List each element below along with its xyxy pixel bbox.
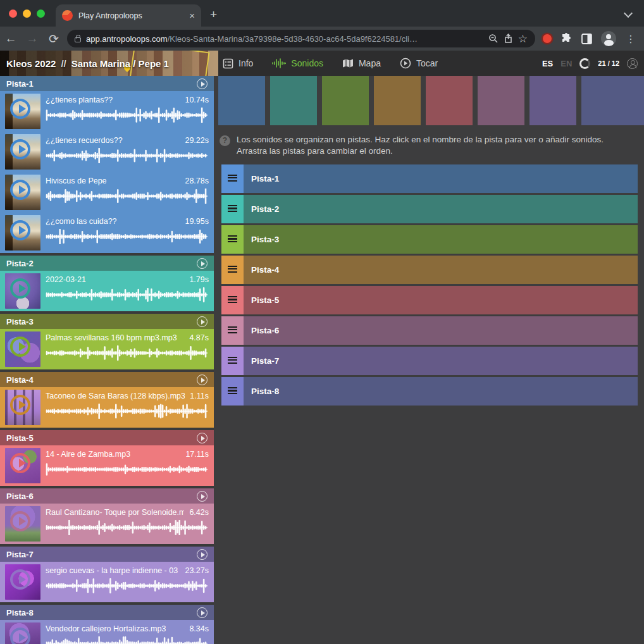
drag-handle[interactable]: [221, 164, 244, 193]
clip-thumbnail[interactable]: [5, 94, 40, 129]
track-bar[interactable]: Pista-3: [244, 225, 638, 254]
track-bar-label: Pista-4: [251, 265, 279, 275]
track-play-button[interactable]: [197, 316, 207, 327]
track-header[interactable]: Pista-5: [0, 430, 214, 445]
track-bar[interactable]: Pista-6: [244, 316, 638, 345]
track-play-button[interactable]: [197, 549, 207, 560]
track-play-button[interactable]: [197, 433, 207, 443]
track-bar[interactable]: Pista-7: [244, 347, 638, 375]
track-row[interactable]: Pista-1: [221, 164, 638, 193]
track-header[interactable]: Pista-8: [0, 605, 214, 620]
track-row[interactable]: Pista-8: [221, 377, 638, 406]
nav-item-mapa[interactable]: Mapa: [342, 58, 381, 68]
share-icon[interactable]: [504, 34, 513, 44]
drag-handle[interactable]: [221, 225, 244, 254]
audio-clip[interactable]: Palmas sevillanas 160 bpm mp3.mp34.87s: [0, 329, 214, 369]
macos-minimize-button[interactable]: [23, 9, 31, 18]
app-nav: Info Sonidos Mapa: [223, 51, 438, 76]
macos-close-button[interactable]: [9, 9, 17, 18]
clip-waveform: [46, 189, 209, 204]
track-bar[interactable]: Pista-2: [244, 195, 638, 223]
nav-item-info[interactable]: Info: [223, 58, 253, 69]
track-bar[interactable]: Pista-1: [244, 164, 638, 193]
side-panel-icon[interactable]: [581, 33, 593, 45]
drag-handle[interactable]: [221, 195, 244, 223]
tab-search-chevron-icon[interactable]: [625, 10, 631, 16]
back-button[interactable]: ←: [0, 32, 22, 46]
clip-duration: 19.95s: [185, 217, 209, 226]
clip-thumbnail[interactable]: [5, 622, 40, 644]
clip-body: 14 - Aire de Zamba.mp317.11s: [46, 448, 209, 483]
language-toggle-en[interactable]: EN: [560, 59, 572, 68]
track-row[interactable]: Pista-2: [221, 195, 638, 223]
track-bar[interactable]: Pista-8: [244, 377, 638, 406]
browser-profile-avatar[interactable]: [601, 31, 616, 46]
track-row[interactable]: Pista-7: [221, 347, 638, 375]
nav-label-info: Info: [238, 58, 253, 68]
track-name: Pista-1: [6, 79, 197, 89]
drag-handle[interactable]: [221, 347, 244, 375]
zoom-out-icon[interactable]: [488, 34, 498, 44]
audio-clip[interactable]: Taconeo de Sara Baras (128 kbps).mp31.11…: [0, 387, 214, 428]
bookmark-star-icon[interactable]: ☆: [518, 32, 528, 46]
audio-clip[interactable]: 2022-03-211.79s: [0, 271, 214, 311]
drag-grip-icon: [228, 326, 237, 335]
track-bar[interactable]: Pista-5: [244, 286, 638, 314]
lock-icon[interactable]: [75, 37, 81, 42]
clip-thumbnail[interactable]: [5, 134, 40, 170]
audio-clip[interactable]: ¿¿como las cuida??19.95s: [0, 213, 214, 253]
track-header[interactable]: Pista-3: [0, 314, 214, 329]
audio-clip[interactable]: ¿¿tienes plantas??10.74s: [0, 91, 214, 132]
extensions-puzzle-icon[interactable]: [560, 32, 573, 45]
clip-thumbnail[interactable]: [5, 273, 40, 309]
macos-zoom-button[interactable]: [37, 9, 45, 18]
track-row[interactable]: Pista-3: [221, 225, 638, 254]
clip-thumbnail[interactable]: [5, 331, 40, 367]
track-header[interactable]: Pista-6: [0, 488, 214, 504]
track-play-button[interactable]: [197, 607, 207, 618]
audio-clip[interactable]: Vendedor callejero Hortalizas.mp38.34s: [0, 620, 214, 644]
browser-tab[interactable]: Play Antropoloops ×: [56, 4, 201, 27]
track-row[interactable]: Pista-4: [221, 256, 638, 284]
browser-menu-kebab-icon[interactable]: ⋮: [626, 33, 636, 45]
account-icon[interactable]: [627, 58, 638, 69]
track-play-button[interactable]: [197, 491, 207, 502]
track-header[interactable]: Pista-1: [0, 76, 214, 91]
drag-handle[interactable]: [221, 377, 244, 406]
track-header[interactable]: Pista-2: [0, 256, 214, 271]
track-header[interactable]: Pista-4: [0, 372, 214, 387]
clip-thumbnail[interactable]: [5, 448, 40, 483]
drag-handle[interactable]: [221, 256, 244, 284]
audio-clip[interactable]: Hiviscus de Pepe28.78s: [0, 172, 214, 213]
audio-clip[interactable]: ¿¿tienes recuerdos??29.22s: [0, 132, 214, 172]
clip-thumbnail[interactable]: [5, 175, 40, 210]
clip-body: Hiviscus de Pepe28.78s: [46, 175, 209, 210]
clip-title: ¿¿tienes plantas??: [46, 96, 113, 104]
tab-close-icon[interactable]: ×: [189, 11, 195, 20]
url-text: app.antropoloops.com/Kleos-Santa-Marina/…: [86, 34, 483, 44]
track-row[interactable]: Pista-5: [221, 286, 638, 314]
nav-item-tocar[interactable]: Tocar: [400, 58, 438, 69]
clip-thumbnail[interactable]: [5, 215, 40, 251]
clip-thumbnail[interactable]: [5, 564, 40, 600]
play-circle-icon: [400, 58, 411, 69]
track-play-button[interactable]: [197, 78, 207, 89]
url-bar[interactable]: app.antropoloops.com/Kleos-Santa-Marina/…: [67, 30, 535, 47]
track-play-button[interactable]: [197, 375, 207, 385]
track-header[interactable]: Pista-7: [0, 547, 214, 562]
drag-handle[interactable]: [221, 286, 244, 314]
audio-clip[interactable]: sergio cuevas - la harpe indienne - 03 -…: [0, 562, 214, 602]
recorder-extension-icon[interactable]: [543, 34, 552, 43]
track-row[interactable]: Pista-6: [221, 316, 638, 345]
audio-clip[interactable]: 14 - Aire de Zamba.mp317.11s: [0, 445, 214, 486]
track-bar[interactable]: Pista-4: [244, 256, 638, 284]
drag-handle[interactable]: [221, 316, 244, 345]
language-toggle-es[interactable]: ES: [542, 59, 553, 68]
new-tab-button[interactable]: +: [210, 8, 217, 20]
track-play-button[interactable]: [197, 258, 207, 269]
audio-clip[interactable]: Raul Cantizano- Toque por Solenoide.mp36…: [0, 504, 214, 544]
clip-thumbnail[interactable]: [5, 506, 40, 542]
reload-button[interactable]: ⟳: [43, 32, 65, 46]
nav-item-sonidos[interactable]: Sonidos: [272, 58, 323, 68]
clip-thumbnail[interactable]: [5, 390, 40, 425]
